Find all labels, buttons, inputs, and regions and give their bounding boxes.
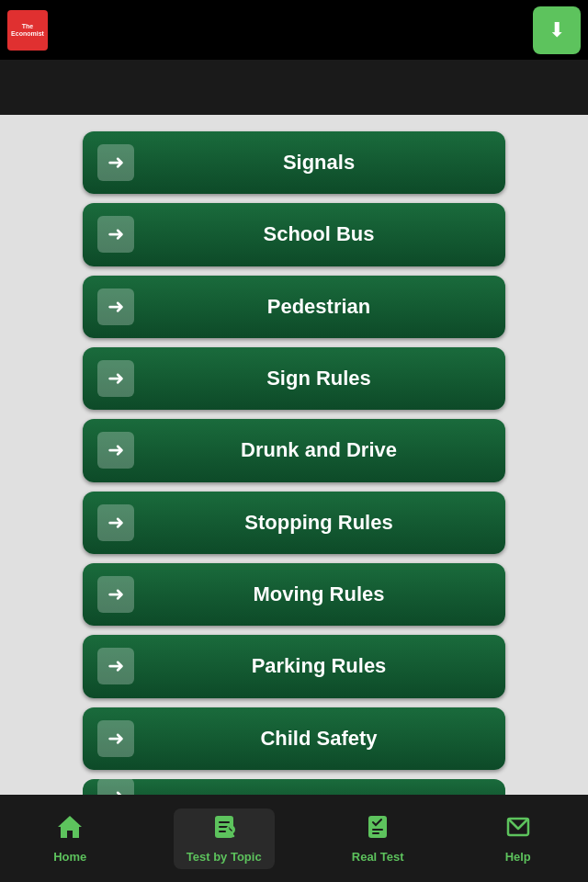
category-label: Drunk and Drive — [147, 438, 491, 462]
arrow-icon: ➜ — [97, 504, 134, 541]
ad-banner[interactable]: TheEconomist ⬇ — [0, 0, 588, 60]
help-icon — [505, 814, 531, 846]
category-label: Signals — [147, 151, 491, 175]
test-by-topic-icon — [211, 814, 237, 846]
download-button[interactable]: ⬇ — [533, 6, 581, 54]
real-test-icon — [365, 814, 390, 846]
category-button-child-safety[interactable]: ➜ Child Safety — [83, 707, 505, 770]
category-button-pedestrian[interactable]: ➜ Pedestrian — [83, 276, 505, 338]
category-label: Moving Rules — [147, 582, 491, 606]
home-label: Home — [53, 850, 86, 864]
arrow-icon: ➜ — [97, 720, 134, 757]
svg-rect-2 — [219, 821, 230, 823]
category-label: School Bus — [147, 222, 491, 246]
category-button-stopping-rules[interactable]: ➜ Stopping Rules — [83, 492, 505, 554]
category-button-sign-rules[interactable]: ➜ Sign Rules — [83, 347, 505, 410]
category-label: Stopping Rules — [147, 511, 491, 535]
nav-item-home[interactable]: Home — [33, 814, 107, 864]
svg-rect-9 — [372, 832, 379, 834]
test-by-topic-label: Test by Topic — [187, 850, 262, 864]
svg-rect-4 — [219, 831, 226, 832]
real-test-label: Real Test — [352, 850, 404, 864]
category-label: Parking Rules — [147, 654, 491, 678]
category-label: Child Safety — [147, 727, 491, 751]
category-button-signals[interactable]: ➜ Signals — [83, 131, 505, 194]
svg-marker-0 — [58, 816, 82, 838]
category-label: Pedestrian — [147, 295, 491, 319]
economist-logo: TheEconomist — [7, 10, 48, 51]
page-header — [0, 60, 588, 115]
arrow-icon: ➜ — [97, 576, 134, 613]
home-icon — [56, 814, 84, 846]
arrow-icon: ➜ — [97, 288, 134, 325]
category-button-school-bus[interactable]: ➜ School Bus — [83, 203, 505, 266]
category-button-parking-rules[interactable]: ➜ Parking Rules — [83, 635, 505, 697]
nav-item-help[interactable]: Help — [481, 814, 555, 864]
arrow-icon: ➜ — [97, 432, 134, 469]
bottom-navigation: Home Test by Topic Real Test Help — [0, 795, 588, 882]
arrow-icon: ➜ — [97, 360, 134, 397]
category-button-drunk-and-drive[interactable]: ➜ Drunk and Drive — [83, 419, 505, 481]
category-label: Sign Rules — [147, 367, 491, 390]
arrow-icon: ➜ — [97, 144, 134, 181]
help-label: Help — [505, 850, 531, 864]
arrow-icon: ➜ — [97, 648, 134, 684]
nav-item-test-by-topic[interactable]: Test by Topic — [174, 808, 275, 869]
ad-content: TheEconomist — [7, 10, 53, 51]
arrow-icon: ➜ — [97, 216, 134, 253]
svg-rect-7 — [368, 816, 387, 838]
svg-rect-8 — [372, 829, 383, 831]
category-list: ➜ Signals ➜ School Bus ➜ Pedestrian ➜ Si… — [0, 115, 588, 831]
category-button-moving-rules[interactable]: ➜ Moving Rules — [83, 563, 505, 626]
nav-item-real-test[interactable]: Real Test — [341, 814, 414, 864]
